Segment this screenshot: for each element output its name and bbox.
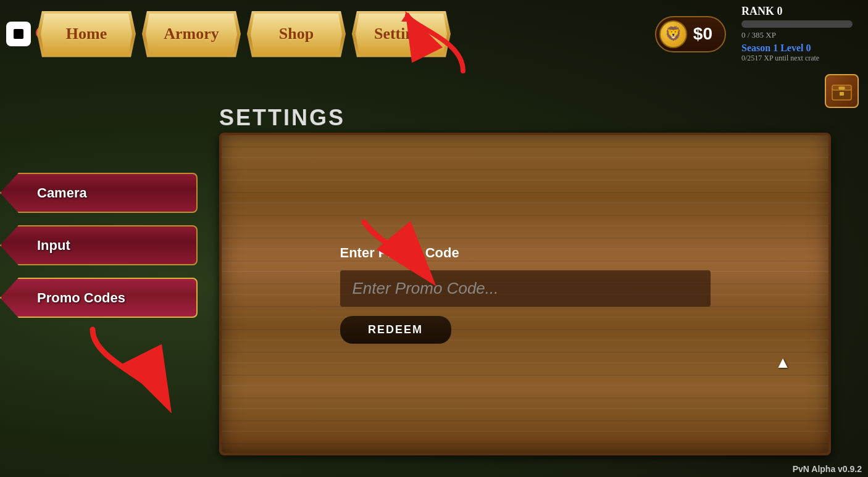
nav-shop-label: Shop	[279, 25, 314, 43]
season-level: Season 1 Level 0	[741, 43, 811, 54]
svg-rect-5	[840, 92, 844, 96]
nav-settings-button[interactable]: Settings	[352, 11, 451, 57]
xp-display: 0 / 385 XP	[741, 30, 776, 40]
nav-armory-button[interactable]: Armory	[142, 11, 241, 57]
nav-armory-label: Armory	[164, 25, 219, 43]
svg-rect-4	[838, 86, 845, 90]
svg-rect-1	[14, 29, 23, 39]
sidebar-input-label: Input	[37, 238, 70, 254]
settings-sidebar: Camera Input Promo Codes	[0, 173, 198, 318]
sidebar-input-button[interactable]: Input	[0, 225, 198, 265]
promo-code-input[interactable]	[340, 270, 711, 307]
crate-xp-text: 0/2517 XP until next crate	[741, 54, 819, 63]
sidebar-promo-codes-button[interactable]: Promo Codes	[0, 278, 198, 318]
chest-icon[interactable]	[825, 74, 859, 108]
coin-icon: 🦁	[659, 20, 687, 48]
currency-amount: $0	[693, 24, 712, 44]
settings-content-panel: Enter Promo Code REDEEM	[219, 133, 831, 455]
sidebar-promo-codes-label: Promo Codes	[37, 290, 125, 306]
nav-settings-label: Settings	[374, 25, 428, 43]
roblox-logo	[6, 22, 31, 46]
sidebar-camera-bg	[0, 173, 198, 213]
nav-home-label: Home	[66, 25, 107, 43]
redeem-button[interactable]: REDEEM	[340, 316, 451, 344]
xp-bar	[741, 20, 853, 28]
topbar: 5 Home Armory Shop Settings 🦁 $0 RANK 0 …	[0, 0, 868, 68]
player-stats-panel: RANK 0 0 / 385 XP Season 1 Level 0 0/251…	[732, 2, 862, 66]
nav-home-button[interactable]: Home	[37, 11, 136, 57]
version-text: PvN Alpha v0.9.2	[793, 464, 862, 474]
settings-title: SETTINGS	[219, 105, 345, 131]
promo-code-label: Enter Promo Code	[340, 245, 711, 261]
sidebar-camera-button[interactable]: Camera	[0, 173, 198, 213]
promo-code-area: Enter Promo Code REDEEM	[340, 245, 711, 344]
nav-shop-button[interactable]: Shop	[247, 11, 346, 57]
sidebar-input-bg	[0, 225, 198, 265]
rank-label: RANK 0	[741, 5, 783, 18]
currency-display: 🦁 $0	[655, 16, 726, 52]
sidebar-camera-label: Camera	[37, 185, 87, 201]
